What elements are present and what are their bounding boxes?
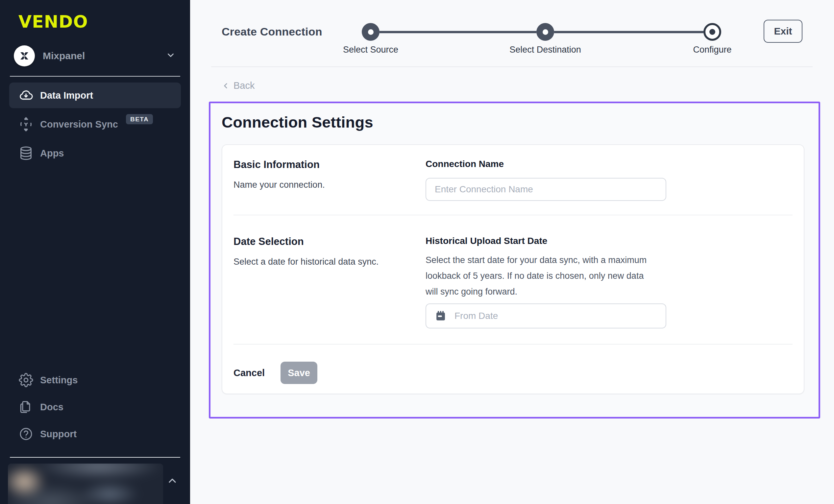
connection-settings-panel: Connection Settings Basic Information Na… <box>209 102 820 418</box>
mixpanel-logo-icon <box>14 45 35 66</box>
section-description: Select a date for historical data sync. <box>234 257 425 267</box>
section-description: Name your connection. <box>234 180 425 190</box>
sidebar-item-label: Settings <box>40 375 78 386</box>
step-connector <box>554 31 703 33</box>
sidebar-item-label: Docs <box>40 402 64 413</box>
beta-badge: BETA <box>126 114 153 124</box>
step-label: Configure <box>693 45 731 55</box>
user-account-blurred[interactable] <box>8 464 163 504</box>
step-label: Select Source <box>343 45 398 55</box>
connection-name-input[interactable] <box>425 178 666 201</box>
form-actions: Cancel Save <box>234 345 793 384</box>
database-icon <box>18 146 34 161</box>
step-select-source[interactable]: Select Source <box>362 23 379 41</box>
calendar-icon <box>435 310 446 323</box>
start-date-help-text: Select the start date for your data sync… <box>425 252 656 300</box>
back-label: Back <box>234 80 255 91</box>
chevron-up-icon[interactable] <box>167 475 178 488</box>
from-date-field <box>425 304 666 328</box>
date-selection-section: Date Selection Select a date for histori… <box>234 215 793 344</box>
sidebar-divider <box>10 457 180 458</box>
sidebar-item-support[interactable]: Support <box>9 421 181 447</box>
back-link[interactable]: Back <box>222 80 255 91</box>
sidebar-footer-nav: Settings Docs Support <box>9 367 181 447</box>
sidebar-divider <box>10 76 180 76</box>
sidebar-item-settings[interactable]: Settings <box>9 367 181 393</box>
chevron-left-icon <box>222 82 230 90</box>
chevron-down-icon <box>166 50 176 62</box>
sidebar-item-apps[interactable]: Apps <box>9 140 181 166</box>
panel-title: Connection Settings <box>222 113 809 131</box>
section-title: Basic Information <box>234 159 425 171</box>
step-connector <box>379 31 536 33</box>
step-dot-filled <box>536 23 554 41</box>
help-icon <box>18 426 34 441</box>
start-date-label: Historical Upload Start Date <box>425 236 793 246</box>
sidebar-item-label: Data Import <box>40 90 93 101</box>
vendo-logo: Vendo <box>18 12 88 31</box>
main-content: Create Connection Select Source Select D… <box>190 0 834 504</box>
workspace-switcher[interactable]: Mixpanel <box>14 45 179 67</box>
step-label: Select Destination <box>509 45 581 55</box>
conversion-sync-icon <box>18 117 34 132</box>
gear-icon <box>18 372 34 388</box>
step-select-destination[interactable]: Select Destination <box>536 23 554 41</box>
blurred-user-photo <box>8 464 163 504</box>
sidebar-item-label: Support <box>40 429 76 440</box>
save-button[interactable]: Save <box>281 361 317 384</box>
settings-card: Basic Information Name your connection. … <box>222 144 805 394</box>
cancel-button[interactable]: Cancel <box>234 368 265 378</box>
docs-icon <box>18 399 34 415</box>
sidebar-item-conversion-sync[interactable]: Conversion Sync BETA <box>9 111 181 137</box>
sidebar-item-docs[interactable]: Docs <box>9 394 181 420</box>
step-configure[interactable]: Configure <box>703 23 721 41</box>
basic-information-section: Basic Information Name your connection. … <box>234 145 793 215</box>
section-title: Date Selection <box>234 236 425 247</box>
stepper: Select Source Select Destination Configu… <box>362 23 721 41</box>
connection-name-label: Connection Name <box>425 159 793 169</box>
sidebar-nav: Data Import Conversion Sync BETA <box>9 83 181 166</box>
sidebar: Vendo Mixpanel Data Import <box>0 0 190 504</box>
from-date-input[interactable] <box>425 304 666 328</box>
exit-button[interactable]: Exit <box>764 20 803 43</box>
create-connection-header: Create Connection Select Source Select D… <box>211 0 813 67</box>
cloud-download-icon <box>18 88 34 103</box>
page-title: Create Connection <box>222 25 322 38</box>
workspace-name: Mixpanel <box>43 50 158 62</box>
sidebar-item-label: Conversion Sync <box>40 119 118 130</box>
sidebar-item-label: Apps <box>40 148 64 159</box>
step-dot-filled <box>362 23 379 41</box>
sidebar-item-data-import[interactable]: Data Import <box>9 83 181 108</box>
step-dot-current <box>703 23 721 41</box>
